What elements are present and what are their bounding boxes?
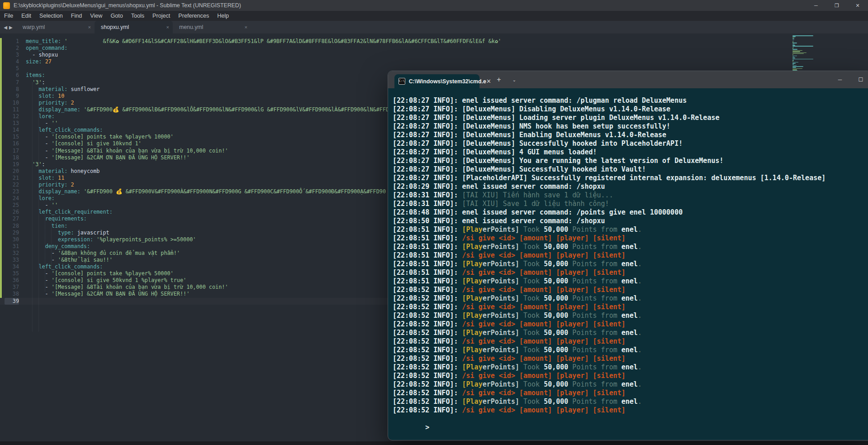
code-text: deny_commands: (26, 243, 90, 250)
git-change-bar (0, 148, 2, 154)
terminal-tab-cmd[interactable]: C:\ C:\Windows\System32\cmd.e ✕ (394, 74, 479, 88)
line-number: 15 (5, 134, 19, 140)
terminal-maximize-button[interactable]: ☐ (850, 71, 868, 88)
git-change-bar (0, 250, 2, 257)
close-button[interactable]: ✕ (847, 0, 868, 11)
menu-file[interactable]: File (0, 11, 17, 21)
menu-edit[interactable]: Edit (17, 11, 35, 21)
log-line-32: [22:08:52 INFO]: [PlayerPoints] Took 50,… (393, 363, 868, 372)
git-change-bar (0, 298, 2, 305)
tab-dropdown-icon[interactable]: ⌄ (507, 71, 522, 88)
line-number: 19 (5, 161, 19, 168)
git-change-bar (0, 175, 2, 182)
tab-scroll-right-icon[interactable]: ▶ (9, 25, 13, 30)
log-line-14: [22:08:48 INFO]: enel issued server comm… (393, 208, 868, 217)
menu-view[interactable]: View (86, 11, 106, 21)
code-line-2[interactable]: 2open_command: (0, 45, 868, 52)
minimap-line (792, 50, 802, 51)
code-line-4[interactable]: 4size: 27 (0, 58, 868, 65)
tab-warp-yml[interactable]: warp.yml × (16, 21, 95, 33)
log-line-36: [22:08:52 INFO]: [PlayerPoints] Took 50,… (393, 397, 868, 406)
tab-close-icon[interactable]: × (166, 24, 169, 30)
code-text: - '[console] points take %player% 10000' (26, 134, 174, 140)
menu-preferences[interactable]: Preferences (174, 11, 213, 21)
log-line-34: [22:08:52 INFO]: [PlayerPoints] Took 50,… (393, 380, 868, 389)
terminal-console[interactable]: [22:08:27 INFO]: enel issued server comm… (388, 88, 868, 440)
minimap-line (792, 53, 806, 53)
line-number: 28 (5, 223, 19, 230)
log-line-30: [22:08:52 INFO]: [PlayerPoints] Took 50,… (393, 346, 868, 354)
code-text: display_name: '&#FFD900 💰 &#FFD900V&#FFD… (26, 188, 386, 195)
line-number: 9 (5, 93, 19, 100)
line-number: 33 (5, 257, 19, 263)
terminal-tab-close-icon[interactable]: ✕ (486, 78, 491, 85)
minimap-line (792, 38, 794, 39)
line-number: 29 (5, 230, 19, 236)
log-line-37: [22:08:52 INFO]: /si give <id> [amount] … (393, 406, 868, 415)
menu-project[interactable]: Project (148, 11, 174, 21)
line-number: 16 (5, 140, 19, 147)
log-line-35: [22:08:52 INFO]: /si give <id> [amount] … (393, 389, 868, 397)
git-change-bar (0, 72, 2, 79)
maximize-button[interactable]: ❐ (826, 0, 847, 11)
terminal-window: C:\ C:\Windows\System32\cmd.e ✕ + ⌄ ─ ☐ … (388, 71, 868, 440)
menu-tools[interactable]: Tools (127, 11, 148, 21)
terminal-prompt[interactable]: > (393, 415, 868, 423)
cmd-icon: C:\ (398, 78, 405, 85)
code-text: - '' (26, 202, 58, 209)
code-text: material: sunflower (26, 86, 100, 93)
line-number: 27 (5, 215, 19, 222)
minimize-button[interactable]: ─ (806, 0, 826, 11)
git-change-bar (0, 106, 2, 113)
new-tab-button[interactable]: + (491, 71, 507, 88)
code-text: left_click_requirement: (26, 209, 113, 215)
log-line-6: [22:08:27 INFO]: [DeluxeMenus] Successfu… (393, 139, 868, 148)
code-line-1[interactable]: 1menu_title: ' &f&K✿ &#D6FF14&lS&#CAFF28… (0, 38, 868, 45)
line-number: 39 (5, 298, 19, 305)
line-number: 21 (5, 175, 19, 182)
terminal-log: [22:08:27 INFO]: enel issued server comm… (393, 96, 868, 415)
menu-help[interactable]: Help (213, 11, 233, 21)
git-change-bar (0, 45, 2, 52)
terminal-titlebar[interactable]: C:\ C:\Windows\System32\cmd.e ✕ + ⌄ ─ ☐ (388, 71, 868, 88)
menu-find[interactable]: Find (67, 11, 86, 21)
git-change-bar (0, 284, 2, 291)
log-line-28: [22:08:52 INFO]: [PlayerPoints] Took 50,… (393, 329, 868, 337)
git-change-bar (0, 257, 2, 263)
git-change-bar (0, 215, 2, 222)
minimap-line (792, 59, 813, 60)
log-line-4: [22:08:27 INFO]: [DeluxeMenus] NMS hook … (393, 122, 868, 131)
minimap-line (792, 51, 800, 52)
tab-menu-yml[interactable]: menu.yml × (173, 21, 251, 33)
bottom-strip (0, 441, 868, 445)
git-change-bar (0, 277, 2, 284)
terminal-minimize-button[interactable]: ─ (830, 71, 850, 88)
tab-close-icon[interactable]: × (88, 24, 91, 30)
log-line-1: [22:08:27 INFO]: enel issued server comm… (393, 96, 868, 105)
editor-tab-bar: ◀ ▶ warp.yml × shopxu.yml × menu.yml × (0, 21, 868, 33)
tab-close-icon[interactable]: × (245, 24, 247, 30)
tab-scroll-left-icon[interactable]: ◀ (4, 25, 7, 30)
tab-label: shopxu.yml (101, 24, 129, 30)
minimap-line (792, 66, 803, 67)
log-line-12: [22:08:31 INFO]: [TAI XIU] Tiến hành sav… (393, 191, 868, 200)
code-text: - '&8Bạn không đủ coin để mua vật phẩm!' (26, 250, 180, 257)
tab-shopxu-yml[interactable]: shopxu.yml × (95, 21, 173, 33)
git-change-bar (0, 113, 2, 120)
minimap[interactable] (792, 35, 815, 77)
log-line-16: [22:08:51 INFO]: [PlayerPoints] Took 50,… (393, 225, 868, 234)
code-line-3[interactable]: 3 - shopxu (0, 52, 868, 58)
git-change-bar (0, 230, 2, 236)
minimap-line (792, 46, 813, 47)
minimap-line (792, 43, 797, 43)
code-text: - shopxu (26, 52, 58, 58)
log-line-10: [22:08:27 INFO]: [PlaceholderAPI] Succes… (393, 174, 868, 182)
log-line-15: [22:08:50 INFO]: enel issued server comm… (393, 217, 868, 225)
minimap-line (792, 61, 793, 62)
menu-goto[interactable]: Goto (106, 11, 127, 21)
code-text: requirements: (26, 215, 87, 222)
minimap-line (792, 42, 793, 43)
menu-selection[interactable]: Selection (35, 11, 67, 21)
log-line-8: [22:08:27 INFO]: [DeluxeMenus] You are r… (393, 157, 868, 165)
code-text: priority: 2 (26, 182, 74, 188)
